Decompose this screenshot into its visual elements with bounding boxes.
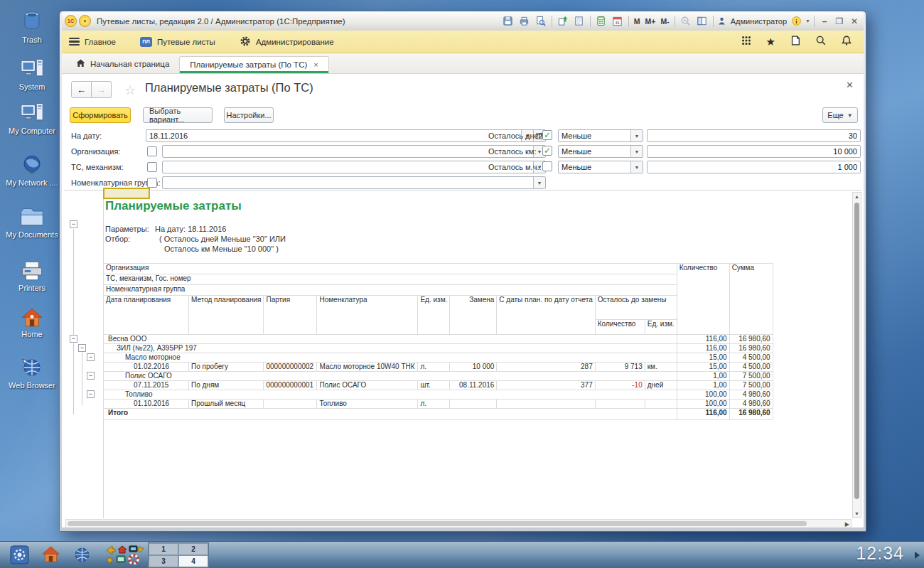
calc-m-button[interactable]: M bbox=[633, 17, 642, 26]
pager-desktop-2[interactable]: 2 bbox=[178, 543, 208, 555]
desktop-icon-my-network[interactable]: My Network .... bbox=[4, 153, 60, 188]
report-row-group: Масло моторное 15,00 4 500,00 bbox=[104, 353, 773, 363]
organization-checkbox[interactable] bbox=[147, 146, 157, 156]
printer-icon bbox=[4, 259, 60, 282]
calendar-icon[interactable]: 31 bbox=[611, 15, 625, 28]
favorite-star-icon[interactable]: ☆ bbox=[124, 82, 136, 98]
report-row-detail: 01.10.2016 Прошлый месяц Топливо л. 100,… bbox=[104, 400, 773, 409]
desktop-icon-system[interactable]: System bbox=[4, 57, 60, 92]
back-button[interactable]: ← bbox=[71, 81, 92, 98]
info-icon[interactable]: i bbox=[789, 15, 803, 28]
desktop-icon-trash[interactable]: Trash bbox=[4, 9, 60, 45]
menu-item-administration[interactable]: Администрирование bbox=[240, 36, 334, 48]
scroll-right-icon[interactable]: ▶ bbox=[845, 521, 849, 527]
menu-item-main[interactable]: Главное bbox=[69, 36, 116, 48]
more-button[interactable]: Еще▼ bbox=[822, 107, 858, 123]
calculator-icon[interactable] bbox=[594, 15, 608, 28]
nav-buttons: ← → bbox=[71, 81, 112, 98]
history-icon[interactable] bbox=[790, 35, 801, 49]
taskbar-tray-icons[interactable] bbox=[105, 545, 145, 567]
dropdown-caret-icon[interactable]: ▼ bbox=[533, 177, 545, 188]
close-button[interactable]: ✕ bbox=[848, 16, 861, 26]
horizontal-scroll-thumb[interactable] bbox=[68, 521, 807, 526]
menu-item-waybills[interactable]: ПЛ Путевые листы bbox=[140, 37, 215, 47]
tab-planned-costs[interactable]: Планируемые затраты (По ТС) × bbox=[179, 56, 328, 73]
desktop-icon-my-computer[interactable]: My Computer bbox=[4, 101, 60, 136]
window-menu-dropdown-icon[interactable]: ▼ bbox=[79, 15, 91, 27]
km-left-value-input[interactable]: 10 000 bbox=[647, 145, 861, 158]
form-close-icon[interactable]: ✕ bbox=[846, 80, 854, 90]
info-caret-icon[interactable]: ▼ bbox=[805, 18, 810, 23]
selected-cell[interactable] bbox=[103, 188, 150, 199]
hours-left-condition-select[interactable]: Меньше ▼ bbox=[558, 161, 643, 173]
taskbar-browser-icon[interactable] bbox=[72, 545, 92, 567]
taskbar-home-icon[interactable] bbox=[41, 545, 60, 567]
days-left-checkbox[interactable]: ✓ bbox=[542, 130, 552, 140]
print-icon[interactable] bbox=[517, 15, 532, 28]
generate-button[interactable]: Сформировать bbox=[70, 107, 131, 123]
apps-grid-icon[interactable] bbox=[741, 35, 752, 49]
dropdown-caret-icon[interactable]: ▼ bbox=[630, 130, 643, 141]
app-launcher-icon[interactable] bbox=[10, 545, 29, 567]
nomenclature-group-checkbox[interactable] bbox=[147, 178, 157, 188]
vehicle-checkbox[interactable] bbox=[147, 162, 157, 172]
forward-button[interactable]: → bbox=[92, 81, 112, 98]
settings-button[interactable]: Настройки... bbox=[224, 107, 274, 123]
minimize-button[interactable]: – bbox=[818, 16, 831, 26]
report-table[interactable]: Организация Количество Сумма ТС, механиз… bbox=[103, 263, 773, 420]
collapse-group-button[interactable]: − bbox=[87, 353, 95, 361]
maximize-button[interactable]: ❐ bbox=[833, 16, 846, 26]
pager-desktop-4[interactable]: 4 bbox=[178, 555, 208, 567]
search-icon[interactable] bbox=[815, 35, 827, 49]
zoom-icon[interactable] bbox=[679, 15, 693, 28]
days-left-value-input[interactable]: 30 bbox=[647, 129, 861, 142]
collapse-group-button[interactable]: − bbox=[87, 372, 95, 380]
report-filter-label: Отбор: bbox=[105, 235, 130, 243]
header-col: Метод планирования bbox=[189, 296, 264, 335]
date-input[interactable]: 18.11.2016 ▼ bbox=[146, 129, 546, 142]
taskbar-expand-icon[interactable] bbox=[915, 552, 920, 559]
vertical-scrollbar[interactable]: ▲ ▼ bbox=[852, 192, 861, 518]
vertical-scroll-thumb[interactable] bbox=[854, 203, 859, 499]
calc-m-minus-button[interactable]: M- bbox=[659, 17, 670, 26]
tab-home-page[interactable]: Начальная страница bbox=[66, 55, 179, 73]
report-row-detail: 07.11.2015 По дням 000000000001 Полис ОС… bbox=[104, 381, 773, 390]
save-icon[interactable] bbox=[501, 15, 515, 28]
report-row-group: Полис ОСАГО 1,00 7 500,00 bbox=[104, 372, 773, 381]
window-titlebar: 1С ▼ Путевые листы, редакция 2.0 / Админ… bbox=[62, 11, 864, 31]
km-left-condition-select[interactable]: Меньше ▼ bbox=[558, 145, 643, 158]
desktop-icon-printers[interactable]: Printers bbox=[4, 259, 60, 293]
favorites-star-icon[interactable]: ★ bbox=[766, 36, 775, 48]
notifications-bell-icon[interactable] bbox=[841, 35, 852, 49]
collapse-report-button[interactable]: − bbox=[70, 220, 77, 228]
send-icon[interactable] bbox=[556, 15, 570, 28]
dropdown-caret-icon[interactable]: ▼ bbox=[630, 161, 643, 173]
scroll-down-icon[interactable]: ▼ bbox=[853, 511, 861, 516]
report-row-group: Топливо 100,00 4 980,60 bbox=[104, 390, 773, 400]
hours-left-value-input[interactable]: 1 000 bbox=[647, 161, 861, 173]
print-preview-icon[interactable] bbox=[534, 15, 548, 28]
collapse-group-button[interactable]: − bbox=[87, 390, 95, 398]
report-area[interactable]: − − − − − − Планируемые затраты Параметр… bbox=[64, 190, 861, 527]
desktop-icon-web-browser[interactable]: Web Browser bbox=[4, 355, 60, 390]
nomenclature-group-input[interactable]: ▼ bbox=[162, 176, 546, 189]
km-left-checkbox[interactable]: ✓ bbox=[542, 146, 552, 156]
pager-desktop-1[interactable]: 1 bbox=[149, 543, 178, 555]
document-icon[interactable] bbox=[572, 15, 586, 28]
header-nomenclature-group: Номенклатурная группа bbox=[104, 285, 677, 296]
hours-left-checkbox[interactable] bbox=[542, 161, 552, 171]
tab-close-icon[interactable]: × bbox=[313, 60, 318, 69]
scroll-up-icon[interactable]: ▲ bbox=[853, 194, 861, 199]
collapse-group-button[interactable]: − bbox=[78, 344, 86, 352]
dropdown-caret-icon[interactable]: ▼ bbox=[630, 146, 643, 157]
pager-desktop-3[interactable]: 3 bbox=[149, 555, 178, 567]
choose-variant-button[interactable]: Выбрать вариант... bbox=[143, 107, 213, 123]
split-panel-icon[interactable] bbox=[695, 15, 709, 28]
desktop-icon-my-documents[interactable]: My Documents bbox=[4, 206, 60, 240]
horizontal-scrollbar[interactable]: ▶ bbox=[65, 519, 852, 527]
calc-m-plus-button[interactable]: M+ bbox=[644, 17, 657, 26]
desktop-icon-home[interactable]: Home bbox=[4, 307, 60, 339]
user-icon bbox=[717, 15, 727, 28]
days-left-condition-select[interactable]: Меньше ▼ bbox=[558, 129, 643, 142]
collapse-group-button[interactable]: − bbox=[70, 335, 77, 343]
